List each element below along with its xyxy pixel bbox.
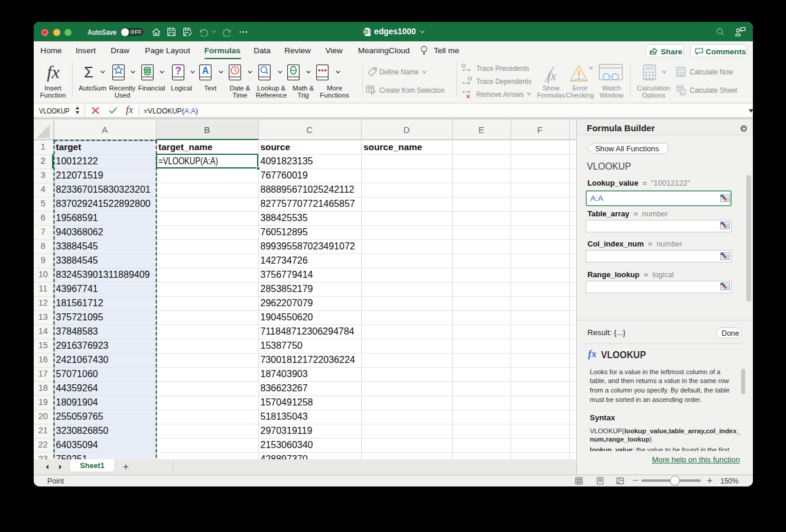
svg-text:fx: fx [547, 69, 557, 83]
svg-text:?: ? [175, 65, 181, 77]
svg-text:A: A [202, 66, 209, 76]
